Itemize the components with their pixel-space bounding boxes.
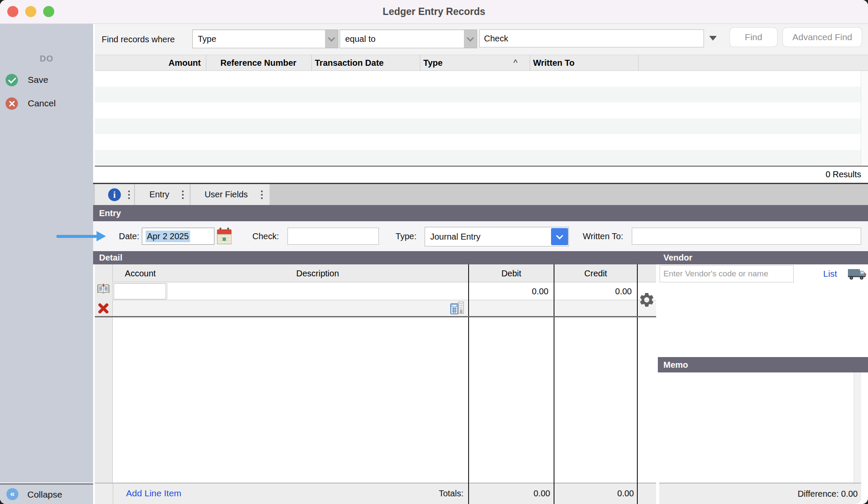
column-divider [311, 55, 312, 70]
advanced-find-button[interactable]: Advanced Find [783, 27, 862, 47]
entry-section-band: Entry [93, 205, 868, 221]
collapse-button[interactable]: Collapse [27, 484, 62, 504]
description-divider [167, 283, 167, 299]
svg-text:$: $ [460, 310, 462, 313]
tab-user-fields[interactable]: User Fields [191, 184, 270, 205]
totals-credit: 0.00 [554, 483, 634, 504]
credit-cell[interactable]: 0.00 [554, 282, 636, 300]
memo-section-title: Memo [663, 357, 688, 372]
find-bar-label: Find records where [102, 24, 175, 55]
check-input[interactable] [287, 228, 379, 245]
tab-user-fields-label: User Fields [205, 190, 248, 199]
vendor-search-input[interactable] [660, 265, 794, 282]
results-list [95, 71, 868, 167]
date-label: Date: [97, 228, 139, 245]
column-divider [638, 55, 639, 70]
find-field-select[interactable]: Type [192, 29, 338, 48]
vendor-section-title: Vendor [663, 251, 692, 264]
gear-icon[interactable] [638, 291, 655, 308]
check-label: Check: [236, 228, 279, 245]
screen: Ledger Entry Records DO Save Cancel « Co… [0, 0, 868, 504]
vendor-list-link[interactable]: List [823, 269, 837, 279]
calculator-icon[interactable]: $ [450, 302, 465, 315]
info-icon: i [108, 188, 121, 201]
written-to-label: Written To: [563, 228, 623, 245]
find-operator-value: equal to [340, 34, 464, 44]
cancel-button[interactable]: Cancel [28, 98, 56, 108]
find-button[interactable]: Find [730, 27, 777, 47]
find-value-input[interactable]: Check [479, 29, 704, 47]
window-title: Ledger Entry Records [0, 0, 868, 23]
title-bar: Ledger Entry Records [0, 0, 868, 24]
detail-header-description: Description [167, 264, 468, 282]
tab-dots-icon [261, 190, 263, 199]
save-icon [6, 74, 18, 86]
entry-section-title: Entry [99, 205, 121, 221]
credit-column-line [554, 264, 554, 504]
memo-section-band: Memo [658, 357, 868, 372]
find-operator-select[interactable]: equal to [340, 29, 477, 48]
debit-cell[interactable]: 0.00 [469, 282, 553, 300]
column-header-reference-number[interactable]: Reference Number [220, 55, 296, 71]
calendar-icon[interactable] [217, 228, 232, 244]
detail-header-debit: Debit [469, 264, 554, 282]
account-input[interactable] [114, 283, 166, 299]
debit-column-line [468, 264, 469, 504]
truck-icon[interactable] [847, 267, 866, 280]
collapse-chevron-icon: « [6, 488, 18, 500]
chevron-down-icon [325, 30, 338, 48]
save-button[interactable]: Save [28, 75, 48, 85]
type-select[interactable]: Journal Entry [425, 227, 569, 246]
gear-column-line [637, 264, 638, 504]
detail-rows-end-divider [95, 316, 656, 317]
sidebar-collapse-bar: « Collapse [0, 483, 93, 504]
sort-caret-icon: ^ [513, 55, 517, 71]
chevron-down-icon [464, 30, 477, 48]
column-header-transaction-date[interactable]: Transaction Date [315, 55, 384, 71]
column-divider [530, 55, 530, 70]
tab-entry[interactable]: Entry [135, 184, 190, 205]
column-divider [420, 55, 420, 70]
type-label: Type: [374, 228, 416, 245]
results-header-row [95, 55, 868, 71]
detail-section-title: Detail [99, 251, 122, 264]
detail-row-gutter [95, 264, 113, 504]
add-line-item-link[interactable]: Add Line Item [126, 488, 182, 498]
difference-value: Difference: 0.00 [659, 483, 861, 504]
date-value: Apr 2 2025 [146, 231, 190, 242]
totals-label: Totals: [399, 483, 463, 504]
type-value: Journal Entry [425, 232, 551, 242]
sidebar: DO Save Cancel [0, 24, 93, 483]
memo-scrollbar[interactable] [853, 372, 861, 483]
delete-row-icon[interactable] [97, 302, 110, 315]
date-input[interactable]: Apr 2 2025 [142, 228, 214, 245]
detail-header-account: Account [113, 264, 167, 282]
sidebar-header: DO [0, 54, 93, 64]
tab-dots-icon [182, 190, 184, 199]
pointer-arrow [56, 235, 97, 238]
find-value-text: Check [484, 34, 508, 44]
ledger-book-icon[interactable] [97, 283, 110, 295]
detail-header-credit: Credit [554, 264, 637, 282]
column-header-amount[interactable]: Amount [95, 55, 207, 71]
tab-dots-icon [128, 190, 130, 199]
column-divider [206, 55, 206, 70]
find-field-value: Type [193, 34, 325, 44]
detail-section-band: Detail Vendor [93, 251, 868, 264]
column-header-written-to[interactable]: Written To [533, 55, 575, 71]
detail-row-2 [113, 300, 656, 316]
tab-info[interactable]: i [95, 184, 134, 205]
results-count: 0 Results [95, 167, 861, 182]
written-to-input[interactable] [632, 228, 861, 245]
saved-finds-dropdown-icon[interactable] [709, 36, 717, 41]
app-window: Ledger Entry Records DO Save Cancel « Co… [0, 0, 868, 504]
results-scrollbar[interactable] [861, 71, 868, 166]
memo-field[interactable] [658, 372, 861, 483]
column-header-type[interactable]: Type [423, 55, 443, 71]
gutter-divider [113, 483, 113, 504]
totals-debit: 0.00 [469, 483, 550, 504]
cancel-icon [6, 97, 18, 110]
tab-entry-label: Entry [150, 190, 170, 199]
